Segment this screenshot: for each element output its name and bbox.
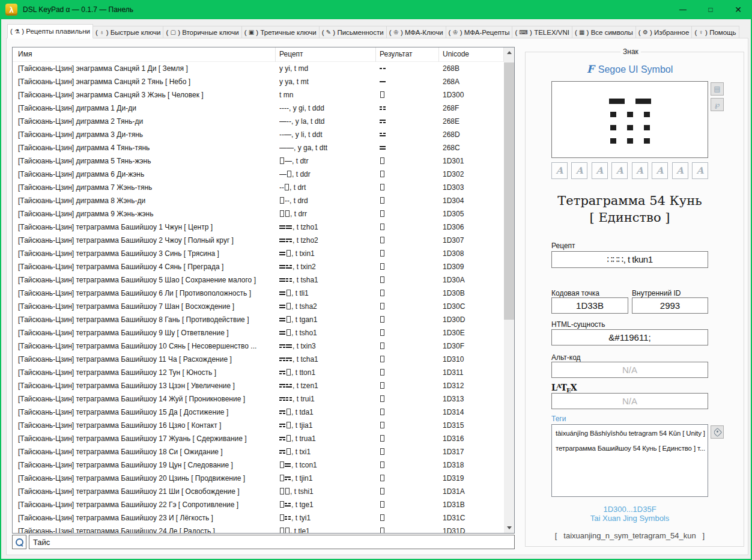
table-row[interactable]: [Тайсюань-Цзин] тетраграмма Башийшоу 12 … — [13, 366, 504, 379]
tab-scripts[interactable]: ( ✎ ) Письменности — [319, 26, 387, 38]
tab-telex-vni[interactable]: ( ⌨ ) TELEX/VNI — [512, 26, 572, 38]
table-row[interactable]: [Тайсюань-Цзин] тетраграмма Башийшоу 18 … — [13, 445, 504, 458]
table-row[interactable]: [Тайсюань-Цзин] энаграмма Санцяй 2 Тянь … — [13, 75, 504, 88]
unicode-block-link[interactable]: Tai Xuan Jing Symbols — [551, 514, 708, 523]
table-row[interactable]: [Тайсюань-Цзин] диграмма 9 Жэнь-жэнь, t … — [13, 207, 504, 221]
font-variant-button[interactable]: A — [592, 162, 608, 179]
tab-favorites[interactable]: ( ⚙ ) Избранное — [635, 26, 693, 38]
table-row[interactable]: [Тайсюань-Цзин] тетраграмма Башийшоу 19 … — [13, 458, 504, 472]
column-header-name[interactable]: Имя — [13, 47, 276, 62]
html-entity-field[interactable] — [551, 329, 708, 345]
tab-melting-recipes[interactable]: ( ⚗ ) Рецепты плавильни — [7, 24, 93, 38]
tab-ipa-keys[interactable]: ( ♔ ) МФА-Ключи — [386, 26, 446, 38]
table-row[interactable]: [Тайсюань-Цзин] энаграмма Санцяй 3 Жэнь … — [13, 88, 504, 102]
search-button[interactable] — [12, 535, 26, 549]
tab-icon-scripts: ✎ — [326, 29, 331, 35]
table-row[interactable]: [Тайсюань-Цзин] тетраграмма Башийшоу 7 Ш… — [13, 300, 504, 313]
table-row[interactable]: [Тайсюань-Цзин] тетраграмма Башийшоу 17 … — [13, 432, 504, 445]
font-variant-button[interactable]: A — [611, 162, 628, 179]
table-row[interactable]: [Тайсюань-Цзин] диграмма 4 Тянь-тянь——, … — [13, 141, 504, 154]
column-header-unicode[interactable]: Unicode — [439, 47, 504, 62]
cell-result — [380, 207, 438, 221]
unicode-range-link[interactable]: 1D300...1D35F — [551, 505, 708, 514]
cell-name: [Тайсюань-Цзин] тетраграмма Башийшоу 3 С… — [18, 247, 276, 260]
codepoint-field[interactable] — [551, 297, 628, 314]
font-variant-button[interactable]: A — [571, 162, 587, 179]
scroll-down-button[interactable] — [504, 523, 514, 533]
table-header: Имя Рецепт Результат Unicode — [13, 47, 504, 62]
tab-icon-favorites: ⚙ — [643, 29, 648, 35]
cell-result — [380, 485, 438, 498]
tab-label: Избранное — [654, 29, 689, 36]
table-row[interactable]: [Тайсюань-Цзин] тетраграмма Башийшоу 11 … — [13, 353, 504, 366]
cell-recipe: , t tzen1 — [279, 379, 375, 392]
tab-icon-telex-vni: ⌨ — [519, 29, 527, 35]
tab-ipa-recipes[interactable]: ( ♔ ) МФА-Рецепты — [446, 26, 513, 38]
search-input[interactable] — [29, 535, 515, 549]
table-row[interactable]: [Тайсюань-Цзин] тетраграмма Башийшоу 24 … — [13, 525, 504, 533]
font-variant-button[interactable]: A — [632, 162, 648, 179]
tab-tertiary-keys[interactable]: ( ▣ ) Третичные ключи — [241, 26, 320, 38]
column-header-recipe[interactable]: Рецепт — [276, 47, 376, 62]
table-row[interactable]: [Тайсюань-Цзин] диграмма 6 Ди-жэнь—, t d… — [13, 168, 504, 181]
cell-unicode: 1D317 — [443, 445, 503, 458]
scroll-up-button[interactable] — [504, 47, 514, 58]
table-row[interactable]: [Тайсюань-Цзин] тетраграмма Башийшоу 15 … — [13, 406, 504, 419]
font-variant-button[interactable]: A — [551, 162, 568, 179]
font-variant-button[interactable]: A — [652, 162, 668, 179]
table-row[interactable]: [Тайсюань-Цзин] тетраграмма Башийшоу 22 … — [13, 498, 504, 511]
font-variant-button[interactable]: A — [672, 162, 688, 179]
scrollbar-thumb[interactable] — [504, 62, 514, 320]
cell-name: [Тайсюань-Цзин] тетраграмма Башийшоу 22 … — [18, 498, 276, 511]
cell-unicode: 1D30D — [443, 313, 503, 326]
table-row[interactable]: [Тайсюань-Цзин] тетраграмма Башийшоу 4 С… — [13, 260, 504, 273]
table-row[interactable]: [Тайсюань-Цзин] диграмма 7 Жэнь-тянь--, … — [13, 181, 504, 194]
table-row[interactable]: [Тайсюань-Цзин] тетраграмма Башийшоу 2 Ч… — [13, 234, 504, 247]
table-row[interactable]: [Тайсюань-Цзин] тетраграмма Башийшоу 3 С… — [13, 247, 504, 260]
table-row[interactable]: [Тайсюань-Цзин] энаграмма Санцяй 1 Ди [ … — [13, 62, 504, 75]
script-icon: ℘ — [715, 100, 720, 109]
table-row[interactable]: [Тайсюань-Цзин] тетраграмма Башийшоу 20 … — [13, 472, 504, 485]
alt-code-field[interactable] — [551, 362, 708, 378]
cell-recipe: , t tcon1 — [279, 458, 375, 472]
table-row[interactable]: [Тайсюань-Цзин] тетраграмма Башийшоу 8 Г… — [13, 313, 504, 326]
minimize-button[interactable]: — — [669, 0, 697, 19]
table-row[interactable]: [Тайсюань-Цзин] тетраграмма Башийшоу 21 … — [13, 485, 504, 498]
tab-all-symbols[interactable]: ( ▦ ) Все символы — [572, 26, 636, 38]
font-variant-button[interactable]: A — [692, 162, 708, 179]
tab-secondary-keys[interactable]: ( ▢ ) Вторичные ключи — [163, 26, 241, 38]
table-row[interactable]: [Тайсюань-Цзин] тетраграмма Башийшоу 23 … — [13, 511, 504, 525]
table-row[interactable]: [Тайсюань-Цзин] диграмма 2 Тянь-ди—--, y… — [13, 115, 504, 128]
font-script-button[interactable]: ℘ — [711, 98, 724, 111]
table-row[interactable]: [Тайсюань-Цзин] тетраграмма Башийшоу 6 Л… — [13, 287, 504, 300]
tab-help[interactable]: ( ♀ ) Помощь — [691, 26, 739, 38]
tags-button[interactable] — [711, 425, 724, 439]
table-row[interactable]: [Тайсюань-Цзин] тетраграмма Башийшоу 9 Ш… — [13, 326, 504, 339]
font-book-button[interactable]: ▤ — [711, 82, 724, 96]
cell-name: [Тайсюань-Цзин] диграмма 7 Жэнь-тянь — [18, 181, 276, 194]
table-row[interactable]: [Тайсюань-Цзин] тетраграмма Башийшоу 13 … — [13, 379, 504, 392]
glyph-preview — [551, 81, 708, 158]
cell-recipe: —, t ddr — [279, 168, 375, 181]
column-header-result[interactable]: Результат — [376, 47, 439, 62]
latex-field[interactable] — [551, 393, 708, 409]
tab-quick-keys[interactable]: ( ♁ ) Быстрые ключи — [92, 26, 164, 38]
table-row[interactable]: [Тайсюань-Цзин] диграмма 5 Тянь-жэнь—, t… — [13, 154, 504, 168]
fraktur-a-icon: A — [616, 165, 623, 176]
font-link[interactable]: FSegoe UI Symbol — [551, 63, 708, 75]
table-row[interactable]: [Тайсюань-Цзин] тетраграмма Башийшоу 1 Ч… — [13, 221, 504, 234]
table-row[interactable]: [Тайсюань-Цзин] тетраграмма Башийшоу 5 Ш… — [13, 273, 504, 287]
recipe-field[interactable] — [551, 251, 708, 268]
table-row[interactable]: [Тайсюань-Цзин] диграмма 3 Ди-тянь--—, y… — [13, 128, 504, 141]
table-row[interactable]: [Тайсюань-Цзин] тетраграмма Башийшоу 16 … — [13, 419, 504, 432]
table-row[interactable]: [Тайсюань-Цзин] тетраграмма Башийшоу 14 … — [13, 392, 504, 406]
table-row[interactable]: [Тайсюань-Цзин] диграмма 1 Ди-ди----, y … — [13, 102, 504, 115]
cell-unicode: 1D308 — [443, 247, 503, 260]
internal-id-field[interactable] — [632, 297, 708, 314]
close-button[interactable]: ✕ — [724, 0, 752, 19]
table-row[interactable]: [Тайсюань-Цзин] диграмма 8 Жэнь-ди--, t … — [13, 194, 504, 207]
table-scrollbar[interactable] — [504, 47, 514, 533]
maximize-button[interactable]: □ — [697, 0, 724, 19]
table-row[interactable]: [Тайсюань-Цзин] тетраграмма Башийшоу 10 … — [13, 339, 504, 353]
tags-textarea[interactable]: tàixuánjīng Bāshíyīshǒu tetragram 54 Kūn… — [551, 424, 708, 497]
